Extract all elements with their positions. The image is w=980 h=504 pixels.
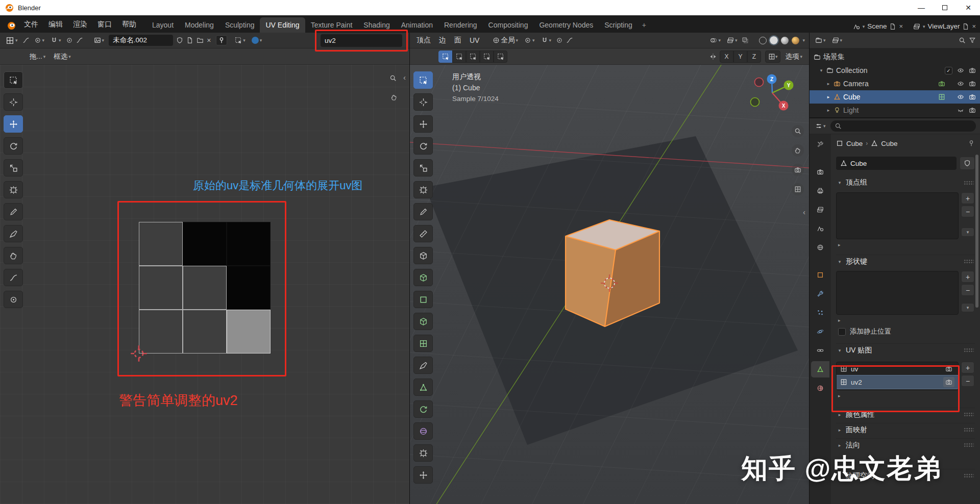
tool-grab[interactable] — [4, 247, 23, 264]
uv-display-dropdown[interactable]: ▾ — [233, 36, 247, 45]
tab-sculpting[interactable]: Sculpting — [219, 17, 260, 33]
uv-select-mode-dropdown[interactable]: 框选 ▾ — [52, 51, 72, 62]
viewport-sidebar-toggle-arrow[interactable]: ‹ — [803, 208, 805, 216]
tool-scale[interactable] — [413, 159, 433, 177]
tool-spin[interactable] — [413, 400, 433, 418]
tab-physics[interactable] — [811, 323, 829, 340]
tool-rip[interactable] — [4, 225, 23, 242]
shape-keys-subpanel-arrow[interactable]: ▸ — [836, 316, 975, 325]
menu-file[interactable]: 文件 — [19, 16, 43, 33]
collapse-arrow-icon[interactable]: ▸ — [837, 443, 842, 448]
proportional-falloff-icon[interactable] — [76, 37, 83, 44]
viewlayer-name[interactable]: ViewLayer — [928, 22, 960, 30]
tool-relax[interactable] — [4, 269, 23, 286]
tool-rotate[interactable] — [4, 137, 23, 155]
pin-image-button[interactable] — [216, 35, 227, 45]
overlays-dropdown[interactable]: ▾ — [725, 36, 739, 45]
menu-window[interactable]: 窗口 — [92, 16, 117, 33]
xray-toggle-icon[interactable] — [742, 37, 749, 44]
outliner-editor-type-dropdown[interactable]: ▾ — [814, 36, 827, 45]
disable-render-camera-icon[interactable] — [969, 107, 976, 114]
tool-inset-faces[interactable] — [413, 291, 433, 308]
pivot-point-dropdown[interactable]: ▾ — [523, 36, 536, 45]
section-shape-keys[interactable]: ▾ 形状键 — [836, 255, 975, 268]
show-gizmo-dropdown[interactable]: ▾ — [708, 36, 722, 45]
viewport-pan-hand-icon[interactable] — [792, 144, 804, 157]
tab-uv-editing[interactable]: UV Editing — [260, 17, 305, 33]
outliner-row-cube[interactable]: ▸ Cube — [810, 90, 980, 104]
collapse-arrow-icon[interactable]: ▾ — [837, 348, 842, 353]
select-mode-invert-button[interactable] — [480, 51, 494, 63]
minimize-button[interactable]: — — [910, 0, 933, 15]
tab-rendering[interactable]: Rendering — [438, 17, 483, 33]
panel-drag-handle[interactable] — [964, 181, 974, 185]
uv-canvas[interactable]: 原始的uv是标准几何体的展开uv图 警告简单调整的uv2 ‹ — [0, 65, 409, 504]
hide-viewport-eye-icon[interactable] — [957, 67, 964, 74]
add-workspace-button[interactable]: + — [638, 17, 650, 33]
tab-modifiers[interactable] — [811, 286, 829, 302]
uv-sync-select-icon[interactable] — [22, 37, 30, 44]
tab-view-layer[interactable] — [811, 201, 829, 218]
mesh-name-field[interactable]: Cube — [836, 157, 957, 170]
expand-arrow-icon[interactable]: ▸ — [826, 94, 831, 99]
tool-edge-slide[interactable] — [413, 444, 433, 462]
tab-geometry-nodes[interactable]: Geometry Nodes — [533, 17, 599, 33]
outliner-filter-icon[interactable] — [969, 37, 976, 44]
viewport-zoom-icon[interactable] — [792, 125, 804, 137]
tab-scripting[interactable]: Scripting — [599, 17, 638, 33]
collapse-arrow-icon[interactable]: ▸ — [837, 412, 842, 417]
select-mode-extend-button[interactable] — [452, 51, 466, 63]
outliner-search-icon[interactable] — [959, 37, 966, 44]
panel-drag-handle[interactable] — [964, 348, 974, 352]
uv-editor-type-dropdown[interactable]: ▾ — [4, 35, 19, 46]
viewport-canvas[interactable]: 用户透视 (1) Cube Sample 7/1024 — [410, 65, 809, 504]
properties-editor-type-dropdown[interactable]: ▾ — [814, 121, 827, 131]
tool-annotate[interactable] — [413, 203, 433, 220]
collection-checkbox[interactable]: ✓ — [945, 67, 952, 74]
scene-dropdown-arrow[interactable]: ▾ — [863, 24, 865, 29]
remove-viewlayer-icon[interactable]: × — [972, 22, 976, 30]
tool-transform[interactable] — [4, 181, 23, 198]
vertex-groups-list[interactable] — [836, 192, 959, 239]
tool-select-box[interactable] — [4, 71, 23, 89]
uv-pan-hand-icon[interactable] — [388, 91, 400, 104]
outliner-row-scene-collection[interactable]: 场景集 — [810, 51, 980, 64]
collapse-arrow-icon[interactable]: ▾ — [837, 180, 842, 185]
disable-render-camera-icon[interactable] — [969, 80, 976, 87]
section-uv-maps[interactable]: ▾ UV 贴图 — [836, 343, 975, 357]
panel-drag-handle[interactable] — [964, 259, 974, 264]
menu-render[interactable]: 渲染 — [68, 16, 92, 33]
tool-loop-cut[interactable] — [413, 335, 433, 352]
uv-zoom-icon[interactable] — [387, 72, 399, 84]
add-uv-map-button[interactable]: + — [961, 362, 974, 373]
tab-compositing[interactable]: Compositing — [483, 17, 534, 33]
navigation-gizmo[interactable]: Z Y X — [747, 68, 803, 121]
breadcrumb-data[interactable]: Cube — [881, 140, 897, 147]
unlink-scene-icon[interactable]: × — [899, 22, 903, 30]
tool-move[interactable] — [413, 115, 433, 133]
viewlayer-dropdown-arrow[interactable]: ▾ — [923, 24, 925, 29]
mirror-z-button[interactable]: Z — [747, 51, 761, 63]
scene-name[interactable]: Scene — [867, 22, 887, 30]
close-button[interactable]: ✕ — [957, 0, 980, 15]
collapse-arrow-icon[interactable]: ▾ — [837, 259, 842, 264]
open-image-folder-icon[interactable] — [197, 37, 204, 44]
maximize-button[interactable] — [933, 0, 957, 15]
menu-uv[interactable]: UV — [467, 36, 482, 44]
tab-material[interactable] — [811, 380, 829, 396]
menu-edit[interactable]: 编辑 — [43, 16, 68, 33]
uv-pivot-dropdown[interactable]: ▾ — [33, 36, 46, 45]
properties-scrollbar[interactable] — [975, 155, 978, 308]
tab-modeling[interactable]: Modeling — [179, 17, 219, 33]
hide-viewport-eye-icon[interactable] — [957, 93, 964, 100]
section-face-maps[interactable]: ▸ 面映射 — [836, 423, 975, 436]
tool-cursor-2d[interactable] — [4, 93, 23, 111]
remove-uv-map-button[interactable]: − — [961, 375, 974, 387]
select-mode-intersect-button[interactable] — [494, 51, 507, 63]
expand-arrow-icon[interactable]: ▸ — [826, 108, 831, 113]
vertex-groups-subpanel-arrow[interactable]: ▸ — [836, 240, 975, 249]
tab-object-data[interactable] — [811, 361, 829, 377]
section-vertex-groups[interactable]: ▾ 顶点组 — [836, 176, 975, 189]
transform-orientation-dropdown[interactable]: 全局 ▾ — [491, 35, 520, 46]
new-scene-icon[interactable] — [889, 23, 896, 30]
